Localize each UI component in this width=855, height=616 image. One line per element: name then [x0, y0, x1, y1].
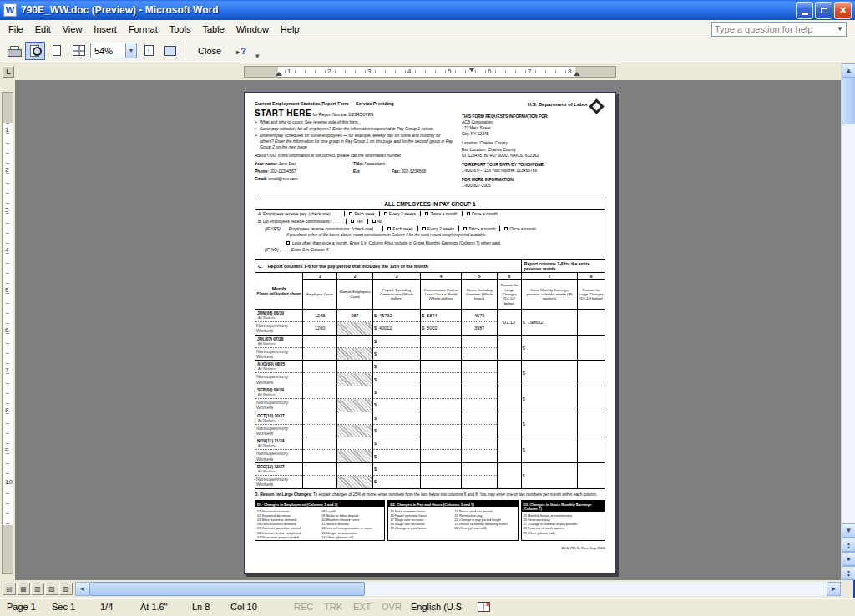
help-button[interactable]: ?: [231, 42, 251, 60]
table-cell: [337, 335, 373, 347]
yes-option: Yes: [346, 219, 367, 224]
print-button[interactable]: [3, 42, 23, 60]
month-cell: Nonsupervisory Workers: [255, 322, 303, 336]
vertical-scroll-thumb[interactable]: [842, 78, 855, 124]
menu-tools[interactable]: Tools: [164, 22, 197, 37]
start-here-label: START HERE: [255, 109, 311, 118]
right-indent-marker[interactable]: [574, 72, 580, 76]
full-screen-button[interactable]: [160, 42, 180, 60]
help-icon: ?: [236, 46, 246, 56]
col-header: Employee Count: [303, 280, 337, 310]
menu-file[interactable]: File: [3, 22, 29, 37]
ask-question-input[interactable]: Type a question for help▼: [711, 22, 847, 37]
ruler-number: 4: [5, 246, 8, 254]
web-layout-view-button[interactable]: ▦: [17, 583, 30, 595]
status-ext-toggle[interactable]: EXT: [353, 602, 371, 612]
one-page-button[interactable]: [47, 42, 67, 60]
minimize-button[interactable]: [796, 2, 813, 19]
table-cell: $ 5874: [421, 310, 462, 322]
normal-view-button[interactable]: ▤: [3, 583, 16, 595]
col-header: Reason for Large Changes (D1-D2 below): [498, 280, 522, 310]
horizontal-scroll-thumb[interactable]: [89, 582, 365, 596]
toolbar-options-button[interactable]: ▼: [254, 53, 261, 63]
table-cell: [498, 412, 522, 437]
phone-row: Phone: 202-123-4567 Ext Fax: 202-1234568: [255, 169, 455, 174]
previous-page-button[interactable]: ▲▲: [842, 538, 855, 552]
col-number: 2: [337, 273, 373, 280]
left-indent-marker[interactable]: [276, 72, 282, 76]
table-cell: 01,13: [498, 310, 522, 336]
ext-label: Ext: [353, 169, 360, 174]
restore-button[interactable]: [815, 2, 832, 19]
close-icon: ×: [839, 4, 846, 16]
d2-title: D2. Changes in Pay and Hours (Columns 3 …: [388, 501, 517, 507]
ruler-number: 7: [528, 68, 531, 75]
outline-view-button[interactable]: ▧: [45, 583, 58, 595]
status-column: Col 10: [230, 602, 257, 612]
table-cell: [462, 437, 498, 450]
status-trk-toggle[interactable]: TRK: [324, 602, 342, 612]
menu-table[interactable]: Table: [196, 22, 230, 37]
table-cell: [303, 462, 337, 475]
close-preview-button[interactable]: Close: [190, 42, 230, 60]
table-cell: [462, 335, 498, 347]
title-bar: W 790E_WW.doc (Preview) - Microsoft Word…: [0, 0, 855, 20]
status-bar: Page 1 Sec 1 1/4 At 1.6" Ln 8 Col 10 REC…: [0, 598, 855, 616]
menu-view[interactable]: View: [57, 22, 89, 37]
table-cell: $: [372, 386, 420, 399]
menu-insert[interactable]: Insert: [88, 22, 123, 37]
hatched-cell: [337, 347, 373, 361]
est-location-line: Est. Location: Charles County: [462, 147, 604, 153]
no-option: No: [367, 219, 387, 224]
month-cell: NOV(11) 11/24All Workers: [255, 437, 303, 450]
ruler-number: 9: [5, 447, 8, 454]
commission-option: Each week: [382, 226, 417, 231]
vertical-scrollbar[interactable]: ▲ ▼ ▲▲ ● ▼▼: [841, 63, 855, 580]
month-cell: Nonsupervisory Workers: [255, 399, 303, 412]
title-label: Title:: [353, 161, 363, 166]
checkbox-icon: [422, 227, 426, 230]
magnifier-button[interactable]: [25, 42, 45, 60]
dol-row: U.S. Department of Labor: [462, 101, 604, 112]
table-cell: [462, 399, 498, 412]
word-app-icon[interactable]: W: [3, 3, 17, 17]
view-ruler-button[interactable]: [139, 42, 159, 60]
table-cell: [462, 475, 498, 488]
table-cell: [421, 462, 462, 475]
hatched-cell: [337, 322, 373, 336]
spelling-status-icon[interactable]: [478, 602, 490, 612]
section-ab-box: A. Employees receive pay: (check one) . …: [255, 210, 605, 255]
month-cell: Nonsupervisory Workers: [255, 424, 303, 437]
menu-window[interactable]: Window: [230, 22, 275, 37]
month-all-row: OCT(10) 10/27All Workers $ $: [255, 412, 605, 424]
scroll-left-button[interactable]: ◄: [75, 582, 89, 596]
scroll-right-button[interactable]: ►: [827, 582, 841, 596]
select-browse-object-button[interactable]: ●: [842, 552, 855, 566]
status-ovr-toggle[interactable]: OVR: [382, 602, 402, 612]
scroll-up-button[interactable]: ▲: [842, 63, 855, 78]
hatched-cell: [337, 373, 373, 386]
print-layout-view-button[interactable]: ▥: [31, 583, 44, 595]
month-cell: SEP(09) 09/29All Workers: [255, 386, 303, 399]
close-button[interactable]: ×: [834, 2, 852, 19]
document-page[interactable]: Current Employment Statistics Report For…: [244, 92, 616, 574]
zoom-select[interactable]: 54%▼: [90, 43, 137, 58]
phone-value: 202-123-4567: [270, 169, 296, 174]
menu-format[interactable]: Format: [123, 22, 164, 37]
horizontal-scrollbar[interactable]: ◄ ►: [75, 582, 841, 596]
multiple-pages-button[interactable]: [68, 42, 89, 60]
menu-help[interactable]: Help: [275, 22, 306, 37]
next-page-button[interactable]: ▼▼: [842, 566, 855, 580]
chevron-down-icon: ▼: [837, 25, 843, 33]
tab-selector[interactable]: L: [3, 66, 14, 78]
menu-edit[interactable]: Edit: [29, 22, 57, 37]
reading-view-button[interactable]: ▨: [59, 583, 73, 595]
ruler-number: 6: [488, 68, 491, 75]
ruler-number: 2: [327, 68, 331, 75]
table-cell: $: [372, 450, 420, 463]
scroll-down-button[interactable]: ▼: [842, 523, 855, 538]
status-rec-toggle[interactable]: REC: [294, 602, 313, 612]
dol-logo-icon: [589, 98, 604, 114]
word-window: W 790E_WW.doc (Preview) - Microsoft Word…: [0, 0, 855, 616]
first-line-indent-marker[interactable]: [468, 68, 475, 72]
